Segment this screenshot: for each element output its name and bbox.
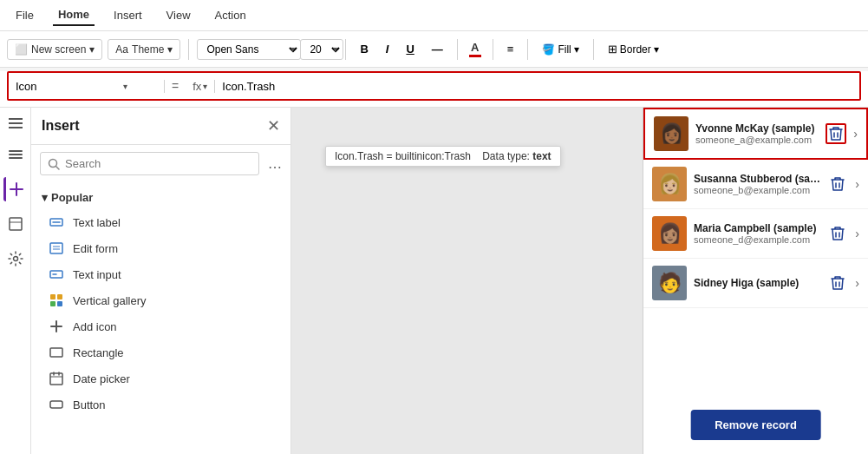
formula-hint: Icon.Trash = builtinicon:Trash Data type…	[325, 146, 561, 167]
chevron-down-icon: ▾	[167, 43, 173, 56]
strikethrough-button[interactable]: —	[426, 39, 449, 59]
formula-hint-type-value: text	[532, 150, 551, 162]
menubar: File Home Insert View Action	[0, 0, 868, 31]
text-label-icon	[49, 214, 64, 230]
svg-rect-18	[57, 294, 62, 299]
fill-button[interactable]: 🪣 Fill ▾	[536, 40, 584, 59]
fill-label: Fill	[558, 43, 571, 56]
list-item[interactable]: 👩🏾 Yvonne McKay (sample) someone_a@examp…	[643, 108, 868, 160]
component-label: Date picker	[73, 372, 130, 385]
new-screen-button[interactable]: ⬜ New screen ▾	[7, 39, 102, 60]
component-label: Text label	[73, 216, 121, 229]
svg-rect-2	[9, 157, 23, 159]
component-vertical-gallery[interactable]: Vertical gallery	[31, 287, 290, 313]
trash-icon[interactable]	[827, 223, 848, 244]
svg-rect-23	[50, 348, 62, 357]
toolbar: ⬜ New screen ▾ Aa Theme ▾ Open Sans ▾ 20…	[0, 31, 868, 68]
insert-panel: Insert ✕ ⋯ ▾ Popular Tex	[31, 108, 291, 454]
formula-name: ▾	[9, 80, 165, 93]
formula-equals: =	[165, 79, 186, 93]
avatar: 👩🏾	[654, 116, 689, 151]
more-options-button[interactable]: ⋯	[268, 159, 282, 175]
trash-icon[interactable]	[826, 123, 846, 144]
new-screen-label: New screen	[31, 43, 86, 56]
trash-icon[interactable]	[827, 174, 848, 194]
component-text-input[interactable]: Text input	[31, 261, 290, 287]
theme-label: Theme	[132, 43, 164, 56]
hamburger-menu[interactable]	[5, 115, 26, 132]
component-rectangle[interactable]: Rectangle	[31, 339, 290, 365]
italic-button[interactable]: I	[380, 39, 395, 59]
search-bar	[40, 152, 259, 175]
item-info: Sidney Higa (sample)	[694, 277, 820, 289]
chevron-right-icon[interactable]: ›	[855, 177, 859, 191]
font-color-button[interactable]: A	[466, 39, 485, 59]
chevron-right-icon[interactable]: ›	[855, 227, 859, 240]
item-info: Maria Campbell (sample) someone_d@exampl…	[694, 222, 820, 245]
date-picker-icon	[49, 371, 64, 386]
underline-button[interactable]: U	[400, 39, 420, 59]
svg-rect-5	[10, 218, 22, 230]
align-button[interactable]: ≡	[501, 39, 520, 59]
button-icon	[49, 397, 64, 412]
formula-name-input[interactable]	[16, 80, 120, 93]
screen-icon: ⬜	[15, 43, 28, 56]
search-input[interactable]	[65, 157, 251, 170]
border-icon: ⊞	[608, 43, 617, 56]
border-button[interactable]: ⊞ Border ▾	[602, 39, 665, 59]
border-label: Border	[620, 43, 651, 56]
menu-view[interactable]: View	[161, 5, 196, 25]
component-add-icon[interactable]: Add icon	[31, 313, 290, 339]
list-item[interactable]: 👩🏼 Susanna Stubberod (sample) someone_b@…	[643, 160, 868, 209]
formula-value[interactable]	[215, 80, 859, 93]
chevron-right-icon[interactable]: ›	[855, 276, 859, 290]
formula-fx-button[interactable]: fx ▾	[186, 80, 215, 93]
fill-icon: 🪣	[542, 43, 555, 56]
menu-home[interactable]: Home	[53, 4, 95, 26]
formula-hint-text: Icon.Trash = builtinicon:Trash	[335, 150, 471, 162]
component-text-label[interactable]: Text label	[31, 209, 290, 235]
font-select[interactable]: Open Sans	[197, 39, 301, 60]
component-label: Edit form	[73, 242, 118, 255]
svg-rect-28	[50, 401, 62, 408]
separator	[188, 39, 189, 60]
chevron-down-icon: ▾	[42, 191, 48, 204]
component-label: Add icon	[73, 320, 117, 333]
font-size-select[interactable]: 20	[300, 39, 343, 60]
formula-input[interactable]	[222, 80, 852, 93]
sidebar-icon-layers[interactable]	[3, 142, 28, 167]
remove-record-button[interactable]: Remove record	[690, 410, 821, 440]
separator	[593, 39, 594, 60]
insert-title: Insert	[42, 118, 80, 134]
item-email: someone_b@example.com	[694, 185, 820, 195]
svg-rect-0	[9, 150, 23, 152]
list-item[interactable]: 👩🏽 Maria Campbell (sample) someone_d@exa…	[643, 209, 868, 259]
category-header-popular[interactable]: ▾ Popular	[31, 186, 290, 209]
svg-rect-20	[57, 301, 62, 306]
trash-icon[interactable]	[827, 273, 848, 293]
component-button[interactable]: Button	[31, 391, 290, 418]
gallery-icon	[49, 293, 64, 308]
close-button[interactable]: ✕	[267, 116, 280, 135]
right-panel: 👩🏾 Yvonne McKay (sample) someone_a@examp…	[643, 108, 868, 454]
sidebar-icon-plus[interactable]	[3, 177, 28, 201]
sidebar-icon-settings[interactable]	[3, 247, 28, 271]
svg-rect-24	[50, 373, 62, 385]
category-label: Popular	[51, 191, 93, 204]
menu-file[interactable]: File	[10, 5, 39, 25]
bold-button[interactable]: B	[354, 39, 374, 59]
chevron-right-icon[interactable]: ›	[853, 127, 858, 141]
component-label: Rectangle	[73, 346, 124, 359]
item-info: Yvonne McKay (sample) someone_a@example.…	[695, 122, 819, 145]
component-edit-form[interactable]: Edit form	[31, 235, 290, 261]
menu-insert[interactable]: Insert	[108, 5, 147, 25]
menu-action[interactable]: Action	[210, 5, 251, 25]
avatar: 🧑	[652, 266, 687, 300]
component-date-picker[interactable]: Date picker	[31, 365, 290, 391]
formula-bar: ▾ = fx ▾	[7, 71, 861, 101]
list-item[interactable]: 🧑 Sidney Higa (sample) ›	[643, 259, 868, 308]
item-email: someone_d@example.com	[694, 234, 820, 245]
insert-header: Insert ✕	[31, 108, 290, 145]
theme-button[interactable]: Aa Theme ▾	[108, 39, 180, 60]
sidebar-icon-box[interactable]	[3, 212, 28, 236]
